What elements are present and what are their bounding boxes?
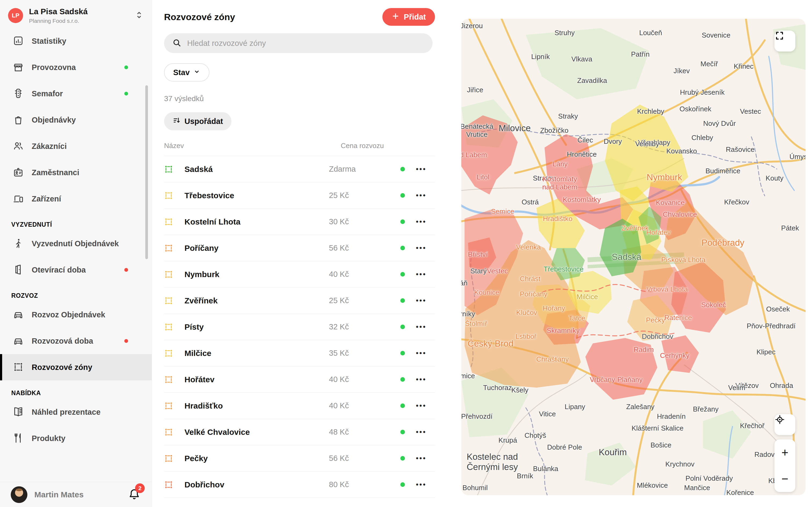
map-label-hradenín: Hradenín [657, 412, 686, 420]
map-label-oseček: Oseček [766, 305, 790, 313]
sidebar-item-label: Zařízení [32, 194, 61, 203]
zone-name: Hradišťko [185, 401, 223, 410]
map-label-hrubý-jeseník: Hrubý Jeseník [680, 89, 724, 97]
map-label-zvěřínek: Zvěřínek [622, 224, 649, 232]
map-label-plaňany: Plaňany [617, 376, 643, 384]
map-label-ostrá: Ostrá [522, 198, 539, 206]
map-label-patřín: Patřín [631, 50, 650, 58]
zone-row-třebestovice[interactable]: Třebestovice25 Kč••• [164, 182, 435, 209]
zone-menu-button[interactable]: ••• [416, 428, 426, 436]
zone-name: Velké Chvalovice [185, 428, 250, 437]
zone-name: Sadská [185, 165, 213, 174]
restaurant-switcher[interactable]: LP La Pisa Sadská Planning Food s.r.o. [0, 0, 152, 28]
zone-menu-button[interactable]: ••• [416, 375, 426, 384]
chevron-down-icon [193, 68, 200, 77]
zoom-in-button[interactable]: + [774, 439, 795, 466]
sidebar-item-zařízení[interactable]: Zařízení [0, 186, 152, 212]
map-label-krychnov: Krychnov [665, 460, 694, 468]
sidebar-item-label: Zákazníci [32, 142, 67, 151]
zoom-out-button[interactable]: − [774, 466, 795, 492]
zone-row-písty[interactable]: Písty32 Kč••• [164, 314, 435, 340]
map-label-nymburk: Nymburk [647, 172, 682, 182]
map-label-sokoleč: Sokoleč [701, 301, 726, 309]
sidebar-item-zaměstnanci[interactable]: Zaměstnanci [0, 159, 152, 186]
zone-status-dot [400, 272, 405, 277]
sidebar-item-label: Otevírací doba [32, 266, 86, 274]
zone-row-dobřichov[interactable]: Dobřichov80 Kč••• [164, 471, 435, 498]
zone-status-dot [400, 325, 405, 329]
door-icon [13, 264, 24, 276]
sidebar-item-label: Rozvoz Objednávek [32, 311, 105, 319]
sidebar-item-objednávky[interactable]: Objednávky [0, 107, 152, 133]
zone-row-hradišťko[interactable]: Hradišťko40 Kč••• [164, 393, 435, 419]
sidebar-item-rozvoz-objednávek[interactable]: Rozvoz Objednávek [0, 301, 152, 328]
sort-button[interactable]: Uspořádat [164, 112, 232, 130]
zone-row-zvěřínek[interactable]: Zvěřínek25 Kč••• [164, 288, 435, 314]
zone-menu-button[interactable]: ••• [416, 349, 426, 357]
zone-row-poříčany[interactable]: Poříčany56 Kč••• [164, 235, 435, 261]
sidebar-item-provozovna[interactable]: Provozovna [0, 54, 152, 80]
sidebar-item-label: Rozvozové zóny [32, 363, 92, 372]
zone-menu-button[interactable]: ••• [416, 165, 426, 173]
sidebar-item-produkty[interactable]: Produkty [0, 425, 152, 451]
sidebar-scrollbar[interactable] [145, 85, 148, 259]
zone-row-tatce[interactable]: Tatce48 Kč••• [164, 498, 435, 507]
zone-status-dot [400, 219, 405, 224]
zone-polygon-icon [164, 296, 173, 305]
zone-menu-button[interactable]: ••• [416, 454, 426, 462]
sidebar-item-semafor[interactable]: Semafor [0, 80, 152, 107]
sidebar-item-náhled-prezentace[interactable]: Náhled prezentace [0, 399, 152, 425]
zone-row-hořátev[interactable]: Hořátev40 Kč••• [164, 367, 435, 393]
zone-row-velké-chvalovice[interactable]: Velké Chvalovice48 Kč••• [164, 419, 435, 445]
zone-menu-button[interactable]: ••• [416, 191, 426, 200]
sidebar-item-otevírací-doba[interactable]: Otevírací doba [0, 257, 152, 283]
user-menu[interactable]: Martin Mates 2 [0, 482, 152, 507]
zone-menu-button[interactable]: ••• [416, 270, 426, 278]
zone-menu-button[interactable]: ••• [416, 296, 426, 305]
sidebar-item-rozvozová-doba[interactable]: Rozvozová doba [0, 328, 152, 354]
zone-row-sadská[interactable]: SadskáZdarma••• [164, 156, 435, 182]
sidebar-item-label: Provozovna [32, 63, 76, 72]
zone-row-milčice[interactable]: Milčice35 Kč••• [164, 340, 435, 367]
restaurant-name: La Pisa Sadská [29, 7, 88, 16]
zone-menu-button[interactable]: ••• [416, 218, 426, 226]
status-filter[interactable]: Stav [164, 63, 209, 81]
search-input[interactable] [187, 39, 424, 48]
search-bar[interactable] [164, 33, 433, 53]
notifications-button[interactable]: 2 [128, 488, 141, 502]
delivery-zones-map[interactable]: nad JizerouStruhyLoučeňSovenicePatřínLip… [461, 19, 806, 495]
map-label-loučeň: Loučeň [639, 29, 662, 37]
map-label-mančice: Mančice [684, 484, 710, 492]
map-label-chvalovice: Chvalovice [663, 211, 697, 219]
sidebar-item-rozvozové-zóny[interactable]: Rozvozové zóny [0, 354, 152, 380]
map-label-mečíř: Mečíř [701, 60, 718, 68]
map-label-zavadilka: Zavadilka [577, 77, 607, 85]
zone-name: Hořátev [185, 375, 214, 384]
sidebar-item-vyzvednutí-objednávek[interactable]: Vyzvednutí Objednávek [0, 230, 152, 257]
map-label-vestec: Vestec [740, 108, 761, 116]
zone-menu-button[interactable]: ••• [416, 402, 426, 410]
map-label-úmyslovice: Úmyslovice [790, 153, 806, 161]
zone-menu-button[interactable]: ••• [416, 323, 426, 331]
zone-menu-button[interactable]: ••• [416, 481, 426, 489]
add-zone-button[interactable]: Přidat [383, 8, 435, 26]
locate-button[interactable] [774, 414, 795, 435]
map-label-poděbrady: Poděbrady [702, 238, 745, 248]
zone-polygon-icon [164, 243, 173, 253]
zone-row-pečky[interactable]: Pečky56 Kč••• [164, 445, 435, 471]
sidebar: LP La Pisa Sadská Planning Food s.r.o. S… [0, 0, 152, 507]
section-header-nabídka: NABÍDKA [11, 390, 152, 397]
zone-menu-button[interactable]: ••• [416, 244, 426, 252]
plus-icon [392, 12, 400, 22]
map-label-kostelec-nad-černými-lesy: Kostelec nadČernými lesy [467, 452, 518, 472]
user-name: Martin Mates [34, 490, 84, 499]
zone-row-kostelní-lhota[interactable]: Kostelní Lhota30 Kč••• [164, 209, 435, 235]
map-label-nad-jizerou: nad Jizerou [461, 22, 483, 30]
fullscreen-button[interactable] [774, 31, 795, 52]
zone-polygon-icon [164, 270, 173, 279]
map-label-štolmíř: Štolmíř [465, 320, 487, 328]
map-label-křinec: Křinec [733, 62, 754, 70]
zone-row-nymburk[interactable]: Nymburk40 Kč••• [164, 261, 435, 288]
sidebar-item-zákazníci[interactable]: Zákazníci [0, 133, 152, 159]
sidebar-item-statistiky[interactable]: Statistiky [0, 28, 152, 54]
